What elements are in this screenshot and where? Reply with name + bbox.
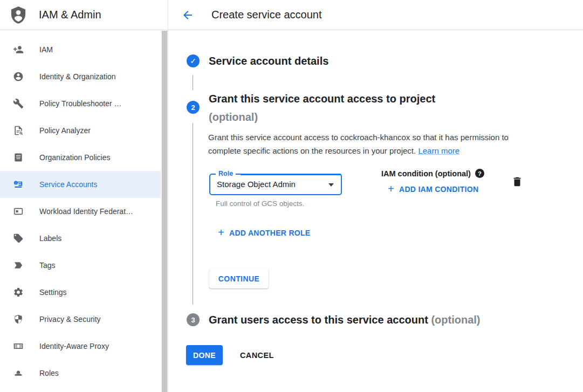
step1-title: Service account details [209, 55, 328, 67]
iam-condition-label: IAM condition (optional) [381, 169, 471, 178]
sidebar-scrollbar[interactable] [161, 31, 168, 392]
policy-analyzer-icon [13, 125, 24, 136]
hat-icon [13, 368, 24, 379]
sidebar-item-label: Tags [39, 261, 56, 270]
cancel-button[interactable]: CANCEL [236, 345, 278, 365]
step3-title-text: Grant users access to this service accou… [209, 314, 428, 326]
sidebar-item-privacy-security[interactable]: Privacy & Security [0, 306, 161, 333]
sidebar-item-label: Labels [39, 234, 61, 243]
document-lines-icon [13, 152, 24, 163]
step2-heading: Grant this service account access to pro… [209, 90, 435, 126]
help-icon[interactable]: ? [475, 169, 484, 178]
role-helper-text: Full control of GCS objects. [216, 200, 304, 208]
sidebar-divider [168, 0, 168, 392]
role-selected-value: Storage Object Admin [217, 180, 296, 189]
step3-number: 3 [191, 316, 195, 324]
product-title: IAM & Admin [39, 9, 101, 21]
sidebar-item-label: Roles [39, 369, 59, 377]
sidebar-item-service-accounts[interactable]: Service Accounts [0, 171, 161, 198]
header-page-section: Create service account [168, 0, 583, 30]
app-header: IAM & Admin Create service account [0, 0, 583, 30]
service-account-key-icon [13, 179, 24, 190]
step1-complete-badge: ✓ [187, 54, 200, 67]
add-iam-condition-button[interactable]: + ADD IAM CONDITION [388, 185, 478, 194]
learn-more-link[interactable]: Learn more [418, 146, 459, 155]
proxy-panel-icon [13, 341, 24, 352]
iam-create-service-account-page: IAM & Admin Create service account IAM I… [0, 0, 583, 392]
gear-icon [13, 287, 24, 298]
label-tag-icon [13, 233, 24, 244]
header-product-section: IAM & Admin [0, 0, 168, 30]
shield-half-icon [13, 314, 24, 325]
step3-number-badge: 3 [187, 313, 200, 326]
sidebar-item-label: Identity-Aware Proxy [39, 342, 109, 350]
wrench-icon [13, 98, 24, 109]
step2-title: Grant this service account access to pro… [209, 93, 435, 105]
step2-number: 2 [191, 104, 195, 112]
sidebar-item-workload-identity-federation[interactable]: Workload Identity Federat… [0, 198, 161, 225]
sidebar-item-label: Settings [39, 288, 67, 297]
sidebar-item-label: Policy Troubleshooter … [39, 99, 122, 108]
sidebar-item-label: Workload Identity Federat… [39, 207, 133, 216]
person-add-icon [13, 44, 24, 55]
iam-shield-logo-icon [10, 6, 26, 24]
step2-description-text: Grant this service account access to coc… [208, 133, 509, 155]
sidebar-item-label: Policy Analyzer [39, 126, 91, 135]
step2-number-badge: 2 [187, 101, 200, 114]
sidebar-item-settings[interactable]: Settings [0, 279, 161, 306]
delete-role-button[interactable] [511, 176, 523, 188]
role-select[interactable]: Role Storage Object Admin [209, 174, 342, 195]
sidebar-item-roles[interactable]: Roles [0, 360, 161, 387]
add-another-role-button[interactable]: + ADD ANOTHER ROLE [218, 229, 311, 237]
sidebar-item-identity-organization[interactable]: Identity & Organization [0, 63, 161, 90]
iam-condition-label-row: IAM condition (optional) ? [381, 169, 484, 178]
role-field-focus-line [241, 174, 341, 175]
done-button[interactable]: DONE [186, 345, 223, 365]
step3-optional-label: (optional) [431, 314, 480, 326]
continue-button[interactable]: CONTINUE [209, 269, 269, 288]
add-iam-condition-label: ADD IAM CONDITION [399, 185, 478, 194]
sidebar-item-label: Organization Policies [39, 153, 111, 162]
sidebar-item-policy-troubleshooter[interactable]: Policy Troubleshooter … [0, 90, 161, 117]
back-arrow-icon[interactable] [181, 9, 194, 22]
step-connector [193, 123, 193, 305]
tag-arrow-icon [13, 260, 24, 271]
sidebar-item-labels[interactable]: Labels [0, 225, 161, 252]
role-field-label: Role [216, 170, 236, 177]
add-another-role-label: ADD ANOTHER ROLE [229, 229, 311, 237]
sidebar-item-label: Identity & Organization [39, 72, 116, 81]
sidebar-item-identity-aware-proxy[interactable]: Identity-Aware Proxy [0, 333, 161, 360]
sidebar-item-iam[interactable]: IAM [0, 36, 161, 63]
sidebar-item-tags[interactable]: Tags [0, 252, 161, 279]
trash-icon [511, 176, 523, 188]
badge-card-icon [13, 206, 24, 217]
step2-description: Grant this service account access to coc… [208, 130, 532, 157]
step3-heading: Grant users access to this service accou… [209, 314, 481, 326]
sidebar-item-organization-policies[interactable]: Organization Policies [0, 144, 161, 171]
help-icon-glyph: ? [478, 170, 482, 177]
sidebar-item-policy-analyzer[interactable]: Policy Analyzer [0, 117, 161, 144]
step-connector [193, 75, 193, 90]
check-icon: ✓ [190, 57, 196, 65]
account-circle-icon [13, 71, 24, 82]
sidebar-item-label: Service Accounts [39, 180, 97, 189]
main-content: ✓ Service account details 2 Grant this s… [168, 30, 583, 392]
sidebar-nav: IAM Identity & Organization Policy Troub… [0, 30, 161, 392]
chevron-down-icon [328, 183, 334, 187]
page-title: Create service account [211, 9, 322, 21]
sidebar-item-label: IAM [39, 45, 53, 54]
sidebar-item-label: Privacy & Security [39, 315, 101, 324]
step2-optional-label: (optional) [209, 111, 258, 123]
